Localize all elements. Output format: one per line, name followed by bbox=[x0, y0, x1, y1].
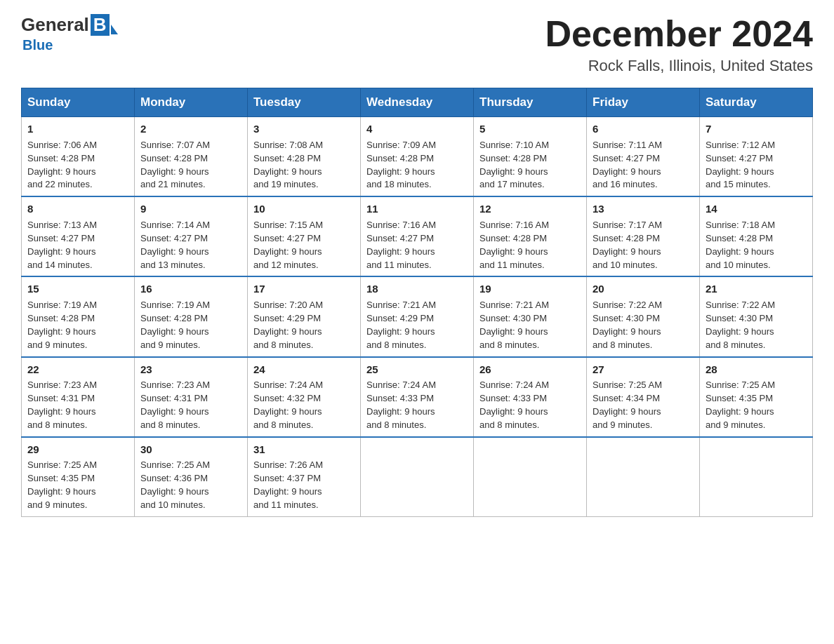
day-number: 8 bbox=[27, 201, 128, 217]
table-row: 5Sunrise: 7:10 AMSunset: 4:28 PMDaylight… bbox=[474, 117, 587, 197]
day-number: 9 bbox=[140, 201, 241, 217]
table-row: 21Sunrise: 7:22 AMSunset: 4:30 PMDayligh… bbox=[700, 276, 813, 356]
day-number: 31 bbox=[253, 442, 355, 457]
logo-general-text: General bbox=[21, 14, 89, 36]
day-info: Sunrise: 7:24 AMSunset: 4:33 PMDaylight:… bbox=[366, 379, 468, 431]
table-row: 2Sunrise: 7:07 AMSunset: 4:28 PMDaylight… bbox=[135, 117, 248, 197]
table-row: 9Sunrise: 7:14 AMSunset: 4:27 PMDaylight… bbox=[135, 196, 248, 276]
calendar-week-row: 8Sunrise: 7:13 AMSunset: 4:27 PMDaylight… bbox=[22, 196, 813, 276]
day-info: Sunrise: 7:19 AMSunset: 4:28 PMDaylight:… bbox=[27, 299, 128, 351]
day-info: Sunrise: 7:21 AMSunset: 4:30 PMDaylight:… bbox=[479, 299, 581, 351]
day-number: 22 bbox=[27, 362, 128, 377]
col-sunday: Sunday bbox=[22, 88, 135, 117]
day-info: Sunrise: 7:22 AMSunset: 4:30 PMDaylight:… bbox=[706, 299, 807, 351]
table-row: 22Sunrise: 7:23 AMSunset: 4:31 PMDayligh… bbox=[22, 357, 135, 437]
table-row: 30Sunrise: 7:25 AMSunset: 4:36 PMDayligh… bbox=[135, 437, 248, 517]
day-number: 12 bbox=[479, 201, 581, 217]
logo-blue-label: Blue bbox=[22, 37, 53, 53]
table-row: 1Sunrise: 7:06 AMSunset: 4:28 PMDaylight… bbox=[22, 117, 135, 197]
table-row: 11Sunrise: 7:16 AMSunset: 4:27 PMDayligh… bbox=[361, 196, 474, 276]
day-number: 14 bbox=[706, 201, 807, 217]
table-row bbox=[700, 437, 813, 517]
day-info: Sunrise: 7:15 AMSunset: 4:27 PMDaylight:… bbox=[253, 219, 355, 271]
day-number: 21 bbox=[706, 281, 807, 297]
day-number: 10 bbox=[253, 201, 355, 217]
day-info: Sunrise: 7:12 AMSunset: 4:27 PMDaylight:… bbox=[706, 139, 807, 192]
table-row: 14Sunrise: 7:18 AMSunset: 4:28 PMDayligh… bbox=[700, 196, 813, 276]
day-info: Sunrise: 7:25 AMSunset: 4:34 PMDaylight:… bbox=[593, 379, 694, 431]
day-info: Sunrise: 7:24 AMSunset: 4:33 PMDaylight:… bbox=[479, 379, 581, 431]
day-number: 6 bbox=[593, 121, 694, 137]
table-row bbox=[587, 437, 700, 517]
calendar-week-row: 15Sunrise: 7:19 AMSunset: 4:28 PMDayligh… bbox=[22, 276, 813, 356]
day-number: 3 bbox=[253, 121, 355, 137]
day-number: 19 bbox=[479, 281, 581, 297]
day-number: 7 bbox=[706, 121, 807, 137]
day-number: 15 bbox=[27, 281, 128, 297]
calendar-week-row: 29Sunrise: 7:25 AMSunset: 4:35 PMDayligh… bbox=[22, 437, 813, 517]
table-row: 17Sunrise: 7:20 AMSunset: 4:29 PMDayligh… bbox=[248, 276, 361, 356]
col-thursday: Thursday bbox=[474, 88, 587, 117]
day-info: Sunrise: 7:09 AMSunset: 4:28 PMDaylight:… bbox=[366, 139, 468, 192]
day-number: 29 bbox=[27, 442, 128, 457]
table-row: 6Sunrise: 7:11 AMSunset: 4:27 PMDaylight… bbox=[587, 117, 700, 197]
day-number: 26 bbox=[479, 362, 581, 377]
table-row: 28Sunrise: 7:25 AMSunset: 4:35 PMDayligh… bbox=[700, 357, 813, 437]
logo-blue-box: B bbox=[91, 14, 110, 36]
day-number: 28 bbox=[706, 362, 807, 377]
calendar-header-row: Sunday Monday Tuesday Wednesday Thursday… bbox=[22, 88, 813, 117]
day-info: Sunrise: 7:21 AMSunset: 4:29 PMDaylight:… bbox=[366, 299, 468, 351]
table-row: 25Sunrise: 7:24 AMSunset: 4:33 PMDayligh… bbox=[361, 357, 474, 437]
table-row: 8Sunrise: 7:13 AMSunset: 4:27 PMDaylight… bbox=[22, 196, 135, 276]
day-info: Sunrise: 7:14 AMSunset: 4:27 PMDaylight:… bbox=[140, 219, 241, 271]
col-wednesday: Wednesday bbox=[361, 88, 474, 117]
day-info: Sunrise: 7:11 AMSunset: 4:27 PMDaylight:… bbox=[593, 139, 694, 192]
table-row: 19Sunrise: 7:21 AMSunset: 4:30 PMDayligh… bbox=[474, 276, 587, 356]
day-info: Sunrise: 7:23 AMSunset: 4:31 PMDaylight:… bbox=[27, 379, 128, 431]
table-row: 13Sunrise: 7:17 AMSunset: 4:28 PMDayligh… bbox=[587, 196, 700, 276]
calendar-subtitle: Rock Falls, Illinois, United States bbox=[545, 57, 813, 75]
table-row: 29Sunrise: 7:25 AMSunset: 4:35 PMDayligh… bbox=[22, 437, 135, 517]
table-row: 27Sunrise: 7:25 AMSunset: 4:34 PMDayligh… bbox=[587, 357, 700, 437]
day-info: Sunrise: 7:07 AMSunset: 4:28 PMDaylight:… bbox=[140, 139, 241, 192]
day-number: 4 bbox=[366, 121, 468, 137]
table-row: 10Sunrise: 7:15 AMSunset: 4:27 PMDayligh… bbox=[248, 196, 361, 276]
calendar-title: December 2024 bbox=[545, 14, 813, 54]
day-number: 30 bbox=[140, 442, 241, 457]
day-info: Sunrise: 7:06 AMSunset: 4:28 PMDaylight:… bbox=[27, 139, 128, 192]
logo: General B Blue bbox=[21, 14, 118, 53]
day-info: Sunrise: 7:22 AMSunset: 4:30 PMDaylight:… bbox=[593, 299, 694, 351]
day-number: 24 bbox=[253, 362, 355, 377]
col-monday: Monday bbox=[135, 88, 248, 117]
day-info: Sunrise: 7:16 AMSunset: 4:27 PMDaylight:… bbox=[366, 219, 468, 271]
title-block: December 2024 Rock Falls, Illinois, Unit… bbox=[545, 14, 813, 75]
day-info: Sunrise: 7:13 AMSunset: 4:27 PMDaylight:… bbox=[27, 219, 128, 271]
table-row bbox=[474, 437, 587, 517]
day-number: 11 bbox=[366, 201, 468, 217]
day-info: Sunrise: 7:18 AMSunset: 4:28 PMDaylight:… bbox=[706, 219, 807, 271]
day-number: 18 bbox=[366, 281, 468, 297]
day-info: Sunrise: 7:20 AMSunset: 4:29 PMDaylight:… bbox=[253, 299, 355, 351]
table-row: 3Sunrise: 7:08 AMSunset: 4:28 PMDaylight… bbox=[248, 117, 361, 197]
table-row: 23Sunrise: 7:23 AMSunset: 4:31 PMDayligh… bbox=[135, 357, 248, 437]
day-number: 5 bbox=[479, 121, 581, 137]
day-number: 23 bbox=[140, 362, 241, 377]
calendar-table: Sunday Monday Tuesday Wednesday Thursday… bbox=[21, 88, 813, 517]
day-number: 17 bbox=[253, 281, 355, 297]
calendar-week-row: 1Sunrise: 7:06 AMSunset: 4:28 PMDaylight… bbox=[22, 117, 813, 197]
day-info: Sunrise: 7:08 AMSunset: 4:28 PMDaylight:… bbox=[253, 139, 355, 192]
day-number: 16 bbox=[140, 281, 241, 297]
table-row: 12Sunrise: 7:16 AMSunset: 4:28 PMDayligh… bbox=[474, 196, 587, 276]
day-number: 20 bbox=[593, 281, 694, 297]
day-number: 25 bbox=[366, 362, 468, 377]
col-saturday: Saturday bbox=[700, 88, 813, 117]
logo-triangle-icon bbox=[111, 25, 118, 34]
day-info: Sunrise: 7:10 AMSunset: 4:28 PMDaylight:… bbox=[479, 139, 581, 192]
table-row: 24Sunrise: 7:24 AMSunset: 4:32 PMDayligh… bbox=[248, 357, 361, 437]
day-info: Sunrise: 7:25 AMSunset: 4:36 PMDaylight:… bbox=[140, 459, 241, 511]
day-info: Sunrise: 7:24 AMSunset: 4:32 PMDaylight:… bbox=[253, 379, 355, 431]
page-header: General B Blue December 2024 Rock Falls,… bbox=[21, 14, 813, 75]
day-info: Sunrise: 7:26 AMSunset: 4:37 PMDaylight:… bbox=[253, 459, 355, 511]
calendar-week-row: 22Sunrise: 7:23 AMSunset: 4:31 PMDayligh… bbox=[22, 357, 813, 437]
col-friday: Friday bbox=[587, 88, 700, 117]
